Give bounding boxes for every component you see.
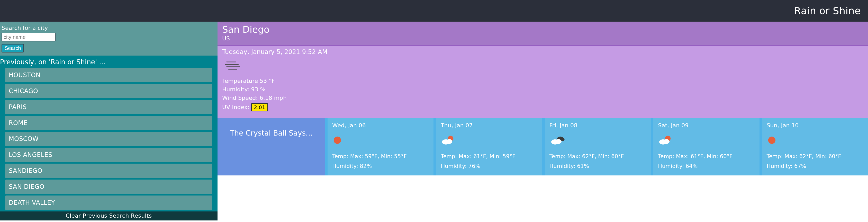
forecast-date: Sat, Jan 09 xyxy=(658,122,755,129)
forecast-icon-wrap xyxy=(767,129,863,152)
forecast-humidity: Humidity: 67% xyxy=(767,163,863,169)
forecast-humidity: Humidity: 64% xyxy=(658,163,755,169)
forecast-heading: The Crystal Ball Says... xyxy=(218,118,325,175)
svg-point-7 xyxy=(446,139,452,144)
search-label: Search for a city xyxy=(2,23,216,33)
forecast-day: Thu, Jan 07 Temp: Max: 61°F, Min: 59°F H… xyxy=(436,118,542,175)
forecast-temp: Temp: Max: 62°F, Min: 60°F xyxy=(550,153,646,160)
svg-point-4 xyxy=(334,137,341,144)
app-title: Rain or Shine xyxy=(794,5,861,17)
current-date: Tuesday, January 5, 2021 9:52 AM xyxy=(222,48,863,56)
city-header: San Diego US xyxy=(218,22,868,46)
city-name: San Diego xyxy=(222,24,863,35)
svg-point-15 xyxy=(768,137,775,144)
forecast-humidity: Humidity: 82% xyxy=(332,163,429,169)
country-code: US xyxy=(222,35,863,42)
forecast-day: Sun, Jan 10 Temp: Max: 62°F, Min: 60°F H… xyxy=(762,118,868,175)
forecast-temp: Temp: Max: 59°F, Min: 55°F xyxy=(332,153,429,160)
history-item[interactable]: CHICAGO xyxy=(5,84,212,98)
current-readings: Temperature 53 °F Humidity: 93 % Wind Sp… xyxy=(222,78,863,111)
history-item[interactable]: DEATH VALLEY xyxy=(5,195,212,210)
history-pane: Previously, on 'Rain or Shine' ... HOUST… xyxy=(0,56,218,220)
uv-reading: UV Index: 2.01 xyxy=(222,103,863,111)
forecast-icon-wrap xyxy=(441,129,537,152)
history-item[interactable]: ROME xyxy=(5,116,212,130)
forecast-date: Fri, Jan 08 xyxy=(550,122,646,129)
sun-cloud-icon xyxy=(658,135,673,145)
forecast-row: The Crystal Ball Says... Wed, Jan 06 Tem… xyxy=(218,118,868,175)
clear-history-button[interactable]: --Clear Previous Search Results-- xyxy=(0,212,218,220)
wind-reading: Wind Speed: 6.18 mph xyxy=(222,95,863,101)
clouds-icon xyxy=(550,135,566,145)
sidebar: Search for a city Search Previously, on … xyxy=(0,22,218,220)
history-item[interactable]: LOS ANGELES xyxy=(5,148,212,162)
forecast-icon-wrap xyxy=(332,129,429,152)
sun-cloud-icon xyxy=(441,135,456,145)
current-weather-icon-wrap xyxy=(222,56,863,76)
forecast-date: Thu, Jan 07 xyxy=(441,122,537,129)
svg-point-14 xyxy=(663,139,670,144)
history-item[interactable]: HOUSTON xyxy=(5,68,212,82)
forecast-day: Wed, Jan 06 Temp: Max: 59°F, Min: 55°F H… xyxy=(328,118,433,175)
svg-point-11 xyxy=(555,139,561,144)
forecast-icon-wrap xyxy=(658,129,755,152)
fog-icon xyxy=(224,59,241,72)
uv-badge: 2.01 xyxy=(251,103,268,111)
forecast-date: Sun, Jan 10 xyxy=(767,122,863,129)
forecast-day: Sat, Jan 09 Temp: Max: 61°F, Min: 60°F H… xyxy=(653,118,759,175)
search-input[interactable] xyxy=(2,33,56,41)
history-item[interactable]: PARIS xyxy=(5,100,212,114)
search-button[interactable]: Search xyxy=(2,44,24,53)
humidity-reading: Humidity: 93 % xyxy=(222,86,863,92)
app-header: Rain or Shine xyxy=(0,0,868,22)
sun-icon xyxy=(332,135,342,145)
search-pane: Search for a city Search xyxy=(0,22,218,56)
forecast-day: Fri, Jan 08 Temp: Max: 62°F, Min: 60°F H… xyxy=(545,118,651,175)
temperature-reading: Temperature 53 °F xyxy=(222,78,863,84)
current-weather: Tuesday, January 5, 2021 9:52 AM Tempera… xyxy=(218,46,868,118)
uv-label: UV Index: xyxy=(222,104,251,110)
sun-icon xyxy=(767,135,777,145)
forecast-icon-wrap xyxy=(550,129,646,152)
forecast-humidity: Humidity: 76% xyxy=(441,163,537,169)
main: San Diego US Tuesday, January 5, 2021 9:… xyxy=(218,22,868,220)
forecast-date: Wed, Jan 06 xyxy=(332,122,429,129)
forecast-temp: Temp: Max: 61°F, Min: 59°F xyxy=(441,153,537,160)
history-item[interactable]: SANDIEGO xyxy=(5,164,212,178)
history-item[interactable]: SAN DIEGO xyxy=(5,179,212,194)
history-title: Previously, on 'Rain or Shine' ... xyxy=(0,57,218,68)
forecast-temp: Temp: Max: 62°F, Min: 60°F xyxy=(767,153,863,160)
history-item[interactable]: MOSCOW xyxy=(5,132,212,146)
forecast-temp: Temp: Max: 61°F, Min: 60°F xyxy=(658,153,755,160)
forecast-humidity: Humidity: 61% xyxy=(550,163,646,169)
